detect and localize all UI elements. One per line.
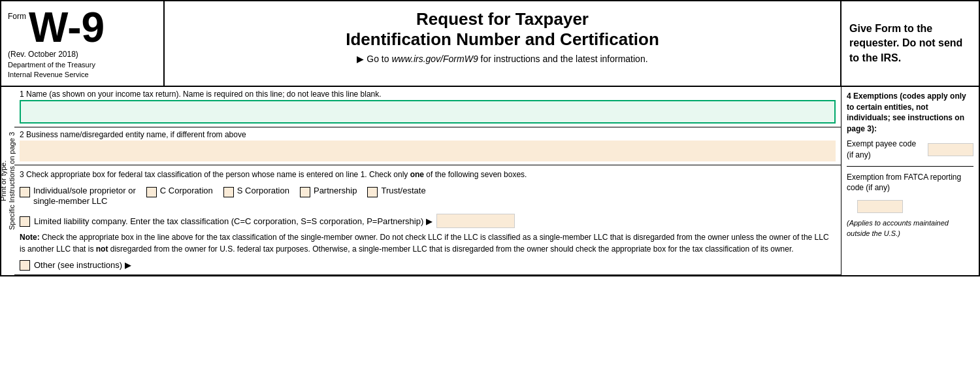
note-not-bold: not <box>96 244 108 254</box>
form-header: FormW-9 (Rev. October 2018) Department o… <box>1 1 979 87</box>
line1-section: 1 Name (as shown on your income tax retu… <box>14 87 841 127</box>
body-section: Print or type. Specific Instructions on … <box>1 87 979 275</box>
checkbox-individual-box[interactable] <box>20 187 30 197</box>
fatca-row: Exemption from FATCA reportingcode (if a… <box>847 172 973 214</box>
checkbox-trust-estate: Trust/estate <box>367 186 425 197</box>
line3-label-start: 3 Check appropriate box for federal tax … <box>20 170 410 179</box>
print-or-type-label: Print or type. <box>0 161 7 201</box>
checkbox-s-corp-box[interactable] <box>223 187 234 197</box>
irs-url[interactable]: www.irs.gov/FormW9 <box>391 54 478 64</box>
subtitle-prefix: ▶ Go to <box>357 54 391 64</box>
header-right: Give Form to the requester. Do not send … <box>841 1 979 86</box>
main-content: 1 Name (as shown on your income tax retu… <box>14 87 841 275</box>
checkbox-trust-estate-label: Trust/estate <box>381 186 425 197</box>
checkbox-partnership-label: Partnership <box>314 186 357 197</box>
dept-info: Department of the Treasury Internal Reve… <box>8 60 157 80</box>
other-label: Other (see instructions) ▶ <box>34 260 131 270</box>
subtitle: ▶ Go to www.irs.gov/FormW9 for instructi… <box>178 54 827 64</box>
line3-label-end: of the following seven boxes. <box>424 170 527 179</box>
main-title-line2: Identification Number and Certification <box>346 29 659 49</box>
checkbox-s-corp-label: S Corporation <box>237 186 289 197</box>
italic-note: (Applies to accounts maintained outside … <box>847 218 973 239</box>
side-label: Print or type. Specific Instructions on … <box>1 87 14 275</box>
checkbox-partnership-box[interactable] <box>300 187 310 197</box>
line3-section: 3 Check appropriate box for federal tax … <box>14 165 841 275</box>
form-label: Form <box>8 12 26 21</box>
llc-input[interactable] <box>436 214 515 228</box>
checkbox-c-corp: C Corporation <box>146 186 213 197</box>
line1-label: 1 Name (as shown on your income tax retu… <box>20 90 836 99</box>
note-bold: Note: <box>20 233 40 242</box>
checkbox-c-corp-label: C Corporation <box>160 186 213 197</box>
line2-section: 2 Business name/disregarded entity name,… <box>14 127 841 165</box>
right-divider <box>847 166 973 167</box>
right-panel-exemptions: 4 Exemptions (codes apply only to certai… <box>847 91 973 213</box>
exempt-payee-label: Exempt payee code (if any) <box>847 139 924 161</box>
checkbox-c-corp-box[interactable] <box>146 187 157 197</box>
checkbox-partnership: Partnership <box>300 186 357 197</box>
line2-label: 2 Business name/disregarded entity name,… <box>20 130 836 139</box>
other-row: Other (see instructions) ▶ <box>20 259 836 271</box>
checkboxes-row: Individual/sole proprietor orsingle-memb… <box>20 186 836 208</box>
header-center: Request for Taxpayer Identification Numb… <box>165 1 841 86</box>
dept-line1: Department of the Treasury <box>8 61 95 69</box>
llc-label: Limited liability company. Enter the tax… <box>34 216 433 226</box>
header-left: FormW-9 (Rev. October 2018) Department o… <box>1 1 165 86</box>
specific-instructions-label: Specific Instructions on page 3 <box>8 132 16 230</box>
checkbox-other-box[interactable] <box>20 260 30 271</box>
right-panel: 4 Exemptions (codes apply only to certai… <box>841 87 979 275</box>
side-label-text: Print or type. Specific Instructions on … <box>0 129 16 233</box>
checkbox-individual: Individual/sole proprietor orsingle-memb… <box>20 186 136 208</box>
llc-row: Limited liability company. Enter the tax… <box>20 214 836 228</box>
rev-date: (Rev. October 2018) <box>8 50 157 59</box>
subtitle-suffix: for instructions and the latest informat… <box>478 54 648 64</box>
main-title: Request for Taxpayer Identification Numb… <box>178 9 827 50</box>
exempt-payee-row: Exempt payee code (if any) <box>847 139 973 161</box>
fatca-input[interactable] <box>857 200 903 213</box>
checkbox-s-corp: S Corporation <box>223 186 289 197</box>
note-text: Note: Check the appropriate box in the l… <box>20 232 836 255</box>
dept-line2: Internal Revenue Service <box>8 71 89 78</box>
exemptions-title: 4 Exemptions (codes apply only to certai… <box>847 91 973 135</box>
form-number: W-9 <box>29 7 105 48</box>
note-text2: disregarded from the owner for U.S. fede… <box>108 244 793 254</box>
fatca-label: Exemption from FATCA reportingcode (if a… <box>847 172 961 194</box>
header-right-text: Give Form to the requester. Do not send … <box>849 22 971 65</box>
line3-header: 3 Check appropriate box for federal tax … <box>20 169 836 180</box>
line2-input[interactable] <box>20 141 836 161</box>
main-title-line1: Request for Taxpayer <box>416 9 589 29</box>
checkbox-llc-box[interactable] <box>20 216 30 227</box>
line3-label-bold: one <box>410 170 424 179</box>
form-w9: FormW-9 (Rev. October 2018) Department o… <box>0 0 980 276</box>
checkbox-trust-estate-box[interactable] <box>367 187 378 197</box>
line1-input[interactable] <box>20 100 836 124</box>
checkbox-individual-label: Individual/sole proprietor orsingle-memb… <box>33 186 136 208</box>
exempt-payee-input[interactable] <box>928 143 973 156</box>
